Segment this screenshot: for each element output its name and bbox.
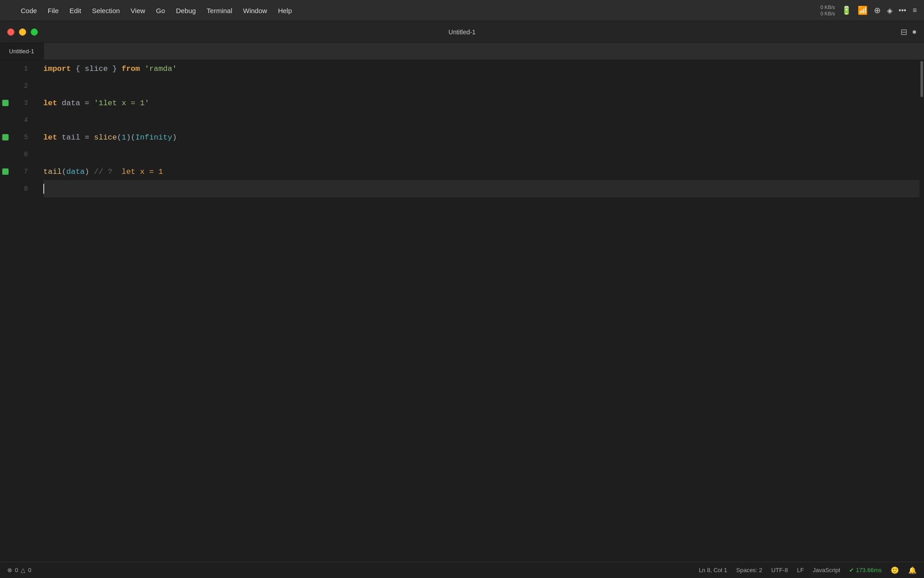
token: 'ramda' xyxy=(144,65,176,73)
line-num-6: 6 xyxy=(11,146,28,163)
code-line-1: import { slice } from 'ramda' xyxy=(43,60,919,77)
settings-dot-icon[interactable]: ● xyxy=(912,27,917,37)
titlebar: Untitled-1 ⊟ ● xyxy=(0,21,924,43)
timing: ✔ 173.66ms xyxy=(849,567,882,573)
line-num-4: 4 xyxy=(11,112,28,129)
scrollbar-thumb[interactable] xyxy=(920,61,923,97)
emoji-icon: 🙂 xyxy=(891,566,899,574)
code-line-6 xyxy=(43,146,919,163)
error-count[interactable]: 0 xyxy=(15,567,18,573)
line-num-7: 7 xyxy=(11,163,28,180)
token: let x = 1 xyxy=(121,168,163,176)
scrollbar[interactable] xyxy=(919,60,924,562)
gutter-8 xyxy=(0,180,11,197)
token: let xyxy=(43,99,57,107)
code-line-8 xyxy=(43,180,919,197)
more-icon: ••• xyxy=(899,6,906,14)
status-left: ⊗ 0 △ 0 xyxy=(7,567,31,573)
maximize-button[interactable] xyxy=(31,28,38,36)
gutter-5 xyxy=(0,129,11,146)
line-numbers: 1 2 3 4 5 6 7 8 xyxy=(11,60,34,562)
token: slice xyxy=(94,133,117,142)
gutter-2 xyxy=(0,77,11,94)
menu-window[interactable]: Window xyxy=(238,5,273,16)
token: data xyxy=(66,168,85,176)
notification-icon: 🔔 xyxy=(908,566,917,574)
line-num-3: 3 xyxy=(11,94,28,112)
status-bar: ⊗ 0 △ 0 Ln 8, Col 1 Spaces: 2 UTF-8 LF J… xyxy=(0,562,924,578)
list-icon: ≡ xyxy=(913,6,917,14)
token: from xyxy=(121,65,140,73)
token: Infinity xyxy=(135,133,172,142)
code-line-7: tail ( data ) // ? let x = 1 xyxy=(43,163,919,180)
menu-terminal[interactable]: Terminal xyxy=(201,5,238,16)
close-button[interactable] xyxy=(7,28,14,36)
split-editor-icon[interactable]: ⊟ xyxy=(901,27,907,37)
gutter-6 xyxy=(0,146,11,163)
error-icon: ⊗ xyxy=(7,567,12,573)
line-num-5: 5 xyxy=(11,129,28,146)
line-ending[interactable]: LF xyxy=(797,567,804,573)
code-area[interactable]: import { slice } from 'ramda' let data =… xyxy=(34,60,919,562)
token: tail xyxy=(43,168,62,176)
traffic-lights xyxy=(7,28,38,36)
code-line-2 xyxy=(43,77,919,94)
menu-help[interactable]: Help xyxy=(273,5,297,16)
minimize-button[interactable] xyxy=(19,28,26,36)
line-num-8: 8 xyxy=(11,180,28,197)
menu-file[interactable]: File xyxy=(42,5,64,16)
indentation[interactable]: Spaces: 2 xyxy=(736,567,762,573)
line-num-2: 2 xyxy=(11,77,28,94)
screen-record-icon: ⊕ xyxy=(874,5,881,15)
code-line-3: let data = '1let x = 1' xyxy=(43,94,919,112)
token: ) xyxy=(85,168,94,176)
line-num-1: 1 xyxy=(11,60,28,77)
token: ( xyxy=(117,133,121,142)
token xyxy=(140,65,144,73)
editor-container: 1 2 3 4 5 6 7 8 import { slice } from 'r… xyxy=(0,60,924,562)
code-line-4 xyxy=(43,112,919,129)
window-title: Untitled-1 xyxy=(448,28,476,36)
language-mode[interactable]: JavaScript xyxy=(813,567,841,573)
status-right: Ln 8, Col 1 Spaces: 2 UTF-8 LF JavaScrip… xyxy=(699,566,917,574)
token: data = xyxy=(57,99,94,107)
system-menubar: Code File Edit Selection View Go Debug T… xyxy=(0,0,924,21)
system-icons: 0 KB/s 0 KB/s 🔋 📶 ⊕ ◈ ••• ≡ xyxy=(820,4,917,17)
gutter-1 xyxy=(0,60,11,77)
encoding[interactable]: UTF-8 xyxy=(772,567,788,573)
gutter-4 xyxy=(0,112,11,129)
token: { slice } xyxy=(71,65,121,73)
finder-icon: ◈ xyxy=(887,6,892,15)
wifi-icon: 📶 xyxy=(858,5,868,15)
breakpoint-3[interactable] xyxy=(2,100,9,106)
breakpoint-7[interactable] xyxy=(2,168,9,175)
warning-icon: △ xyxy=(21,567,25,573)
menu-view[interactable]: View xyxy=(125,5,151,16)
menu-selection[interactable]: Selection xyxy=(87,5,125,16)
token: ) xyxy=(172,133,177,142)
title-right-buttons: ⊟ ● xyxy=(901,27,917,37)
token: ( xyxy=(62,168,66,176)
editor-tab[interactable]: Untitled-1 xyxy=(0,42,44,60)
gutter-7 xyxy=(0,163,11,180)
token: // ? xyxy=(94,168,121,176)
code-line-5: let tail = slice ( 1 )( Infinity ) xyxy=(43,129,919,146)
menu-debug[interactable]: Debug xyxy=(171,5,201,16)
tab-bar: Untitled-1 xyxy=(0,43,924,60)
token: let xyxy=(43,133,57,142)
token: import xyxy=(43,65,71,73)
warning-count[interactable]: 0 xyxy=(28,567,31,573)
menu-code[interactable]: Code xyxy=(15,5,42,16)
token: 1 xyxy=(121,133,126,142)
token: )( xyxy=(126,133,135,142)
gutter-3 xyxy=(0,94,11,112)
breakpoint-5[interactable] xyxy=(2,134,9,140)
tab-label: Untitled-1 xyxy=(9,48,34,55)
gutter-indicators xyxy=(0,60,11,562)
token: tail = xyxy=(57,133,94,142)
network-stats: 0 KB/s 0 KB/s xyxy=(820,4,835,17)
menu-go[interactable]: Go xyxy=(151,5,171,16)
cursor xyxy=(43,184,44,194)
cursor-position[interactable]: Ln 8, Col 1 xyxy=(699,567,727,573)
menu-edit[interactable]: Edit xyxy=(64,5,87,16)
